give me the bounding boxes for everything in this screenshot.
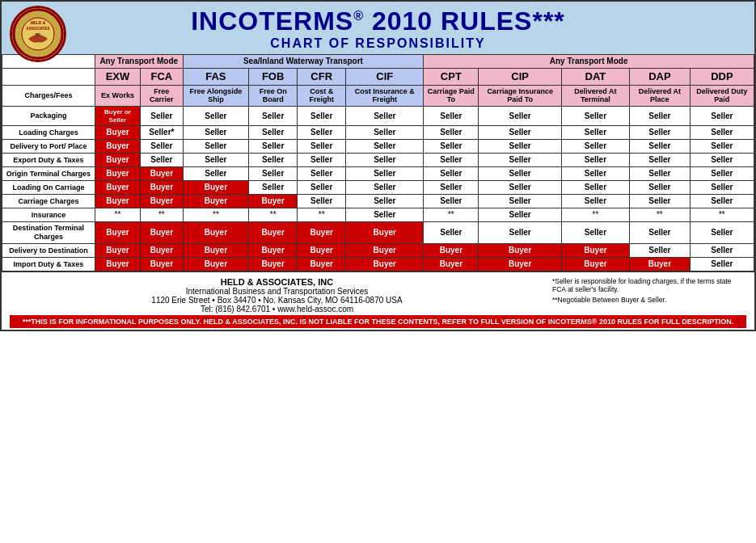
cell: Buyer xyxy=(298,222,346,244)
cell: Seller xyxy=(183,107,249,126)
cell: Buyer xyxy=(141,167,183,181)
footer-tagline: International Business and Transportatio… xyxy=(10,287,544,296)
cell: Seller xyxy=(479,181,561,195)
desc-exw: Ex Works xyxy=(95,85,140,107)
footer-contact: HELD & ASSOCIATES, INC International Bus… xyxy=(10,277,544,314)
table-row: Destination Terminal ChargesBuyerBuyerBu… xyxy=(2,222,754,244)
cell: Seller xyxy=(690,167,754,181)
cell: Seller xyxy=(298,167,346,181)
cell: Seller xyxy=(424,140,479,154)
cell: Seller xyxy=(561,126,629,140)
cell: Seller xyxy=(630,243,691,257)
cell: ** xyxy=(424,208,479,222)
cell: Buyer xyxy=(95,140,140,154)
cell: Seller xyxy=(424,181,479,195)
cell: Seller xyxy=(630,181,691,195)
code-fas: FAS xyxy=(183,69,249,86)
cell: Seller xyxy=(630,222,691,244)
row-label: Destination Terminal Charges xyxy=(2,222,95,244)
desc-cip: Carriage Insurance Paid To xyxy=(479,85,561,107)
desc-fas: Free Alongside Ship xyxy=(183,85,249,107)
cell: Seller xyxy=(630,154,691,167)
cell: Buyer xyxy=(95,222,140,244)
code-dap: DAP xyxy=(630,69,691,86)
cell: Seller xyxy=(183,167,249,181)
cell: Buyer xyxy=(249,222,298,244)
cell: Seller xyxy=(141,140,183,154)
code-row: EXW FCA FAS FOB CFR CIF CPT CIP DAT DAP … xyxy=(2,69,754,86)
cell: Buyer xyxy=(95,154,140,167)
cell: Buyer xyxy=(95,167,140,181)
table-row: PackagingBuyer or SellerSellerSellerSell… xyxy=(2,107,754,126)
table-body: PackagingBuyer or SellerSellerSellerSell… xyxy=(2,107,754,272)
cell: Seller xyxy=(183,126,249,140)
cell: Seller xyxy=(298,154,346,167)
cell: Buyer xyxy=(561,257,629,271)
cell: Seller xyxy=(690,126,754,140)
row-label: Origin Terminal Charges xyxy=(2,167,95,181)
desc-cif: Cost Insurance & Freight xyxy=(346,85,424,107)
cell: Buyer xyxy=(183,243,249,257)
cell: Seller xyxy=(561,195,629,208)
code-fca: FCA xyxy=(141,69,183,86)
desc-dat: Delivered At Terminal xyxy=(561,85,629,107)
cell: ** xyxy=(298,208,346,222)
desc-row: Charges/Fees Ex Works Free Carrier Free … xyxy=(2,85,754,107)
cell: Seller xyxy=(561,107,629,126)
cell: Seller xyxy=(424,195,479,208)
footer-tel: Tel: (816) 842.6701 • www.held-assoc.com xyxy=(10,305,544,314)
cell: Seller xyxy=(183,154,249,167)
desc-cfr: Cost & Freight xyxy=(298,85,346,107)
cell: Buyer xyxy=(424,243,479,257)
cell: Seller xyxy=(298,140,346,154)
cell: Seller xyxy=(479,107,561,126)
cell: Seller xyxy=(479,126,561,140)
cell: Buyer xyxy=(183,181,249,195)
cell: Seller xyxy=(690,195,754,208)
cell: ** xyxy=(561,208,629,222)
cell: Seller xyxy=(424,107,479,126)
cell: Buyer xyxy=(298,257,346,271)
cell: Seller xyxy=(479,140,561,154)
cell: Seller xyxy=(630,140,691,154)
table-row: Loading On CarriageBuyerBuyerBuyerSeller… xyxy=(2,181,754,195)
code-cpt: CPT xyxy=(424,69,479,86)
cell: Seller xyxy=(424,126,479,140)
desc-ddp: Delivered Duty Paid xyxy=(690,85,754,107)
cell: Seller xyxy=(346,181,424,195)
cell: Seller xyxy=(346,154,424,167)
desc-cpt: Carriage Paid To xyxy=(424,85,479,107)
cell: Buyer xyxy=(183,195,249,208)
cell: Seller xyxy=(141,154,183,167)
row-label: Carriage Charges xyxy=(2,195,95,208)
cell: Seller xyxy=(630,195,691,208)
cell: Seller xyxy=(479,195,561,208)
row-label: Export Duty & Taxes xyxy=(2,154,95,167)
footer: HELD & ASSOCIATES, INC International Bus… xyxy=(2,272,754,330)
cell: Buyer xyxy=(346,243,424,257)
desc-dap: Delivered At Place xyxy=(630,85,691,107)
header-title: INCOTERMS® 2010 RULES*** xyxy=(191,6,565,36)
cell: Seller* xyxy=(141,126,183,140)
any-transport-1: Any Transport Mode xyxy=(95,55,183,69)
cell: Seller xyxy=(298,181,346,195)
desc-fca: Free Carrier xyxy=(141,85,183,107)
cell: Seller xyxy=(346,167,424,181)
cell: Buyer xyxy=(298,243,346,257)
cell: Seller xyxy=(183,140,249,154)
cell: Seller xyxy=(298,107,346,126)
cell: Buyer xyxy=(141,243,183,257)
row-label: Delivery to Destination xyxy=(2,243,95,257)
cell: Buyer xyxy=(479,257,561,271)
cell: ** xyxy=(630,208,691,222)
cell: ** xyxy=(95,208,140,222)
row-label: Packaging xyxy=(2,107,95,126)
cell: Buyer xyxy=(95,195,140,208)
cell: Buyer xyxy=(346,222,424,244)
cell: Seller xyxy=(249,126,298,140)
cell: Seller xyxy=(424,222,479,244)
table-row: Origin Terminal ChargesBuyerBuyerSellerS… xyxy=(2,167,754,181)
cell: Seller xyxy=(690,243,754,257)
cell: ** xyxy=(690,208,754,222)
table-row: Carriage ChargesBuyerBuyerBuyerBuyerSell… xyxy=(2,195,754,208)
